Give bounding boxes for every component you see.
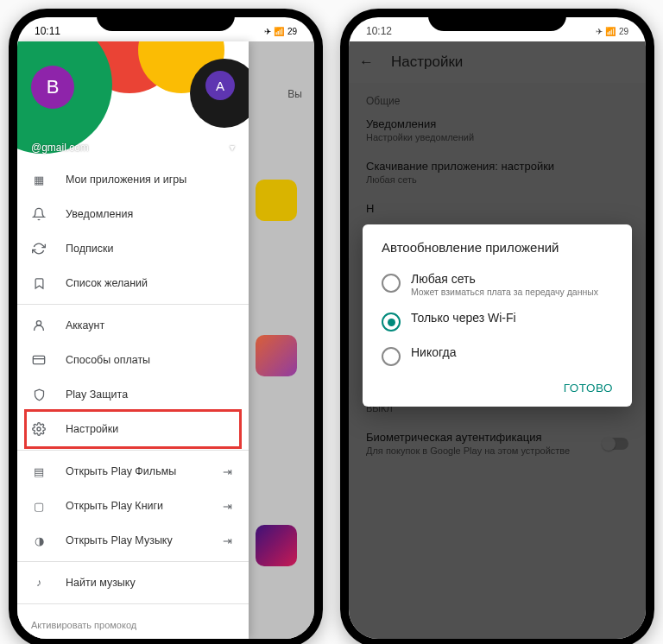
menu-label: Открыть Play Музыку [66,534,173,546]
music-icon: ◑ [31,533,47,548]
menu-payment[interactable]: Способы оплаты [17,343,249,377]
card-icon [31,352,47,368]
refresh-icon [31,241,47,256]
gear-icon [31,421,47,437]
menu-label: Открыть Play Фильмы [66,465,176,477]
auto-update-dialog: Автообновление приложений Любая сеть Мож… [363,224,632,407]
menu-label: Активировать промокод [31,620,136,630]
status-time: 10:11 [35,25,60,37]
status-icons: ✈ 📶 29 [264,27,297,36]
option-never[interactable]: Никогда [366,338,628,373]
divider [17,450,249,451]
bg-app-icon [256,525,297,566]
bell-icon [31,206,47,222]
drawer-header[interactable]: B A @gmail.com ▾ [17,41,249,162]
avatar-primary[interactable]: B [31,66,74,109]
done-button[interactable]: ГОТОВО [366,373,628,400]
menu-promo[interactable]: Активировать промокод [17,608,249,639]
divider [17,561,249,562]
menu-label: Найти музыку [66,577,136,589]
account-email-row[interactable]: @gmail.com ▾ [17,142,249,154]
option-label: Только через Wi-Fi [411,311,516,325]
dialog-title: Автообновление приложений [366,240,628,265]
bg-app-icon [256,180,297,221]
menu-label: Открыть Play Книги [66,500,163,512]
menu-label: Аккаунт [66,319,104,331]
menu-find-music[interactable]: ♪ Найти музыку [17,565,249,600]
shield-icon [31,387,47,402]
menu-play-films[interactable]: ▤ Открыть Play Фильмы ⇥ [17,454,249,489]
phone-right: 10:12 ✈ 📶 29 ← Настройки Общие Уведомлен… [340,9,654,644]
menu-label: Мои приложения и игры [66,174,186,186]
radio-icon [382,347,401,366]
notch [428,9,566,31]
svg-point-3 [37,427,41,431]
menu-play-books[interactable]: ▢ Открыть Play Книги ⇥ [17,489,249,523]
music-note-icon: ♪ [31,575,47,590]
option-label: Никогда [411,345,456,359]
status-icons: ✈ 📶 29 [596,27,628,36]
bookmark-icon [31,275,47,291]
bg-app-icon [256,335,297,376]
option-any-network[interactable]: Любая сеть Может взиматься плата за пере… [366,265,628,304]
option-wifi-only[interactable]: Только через Wi-Fi [366,304,628,338]
chevron-down-icon: ▾ [230,142,235,154]
status-time: 10:12 [366,25,392,37]
account-email: @gmail.com [31,142,89,154]
external-icon: ⇥ [219,533,235,548]
menu-label: Способы оплаты [66,354,150,366]
avatar-secondary[interactable]: A [205,71,235,100]
screen-left: 10:11 ✈ 📶 29 Вы B A @gmail.com ▾ [17,17,314,639]
menu-subscriptions[interactable]: Подписки [17,231,249,266]
menu-play-music[interactable]: ◑ Открыть Play Музыку ⇥ [17,523,249,558]
option-subtitle: Может взиматься плата за передачу данных [411,287,598,297]
menu-label: Настройки [66,423,118,435]
phone-left: 10:11 ✈ 📶 29 Вы B A @gmail.com ▾ [9,9,323,644]
divider [17,603,249,604]
svg-rect-1 [33,356,44,363]
menu-settings[interactable]: Настройки [24,409,242,449]
divider [17,304,249,305]
person-icon [31,318,47,333]
menu-notifications[interactable]: Уведомления [17,197,249,231]
external-icon: ⇥ [219,464,235,479]
radio-icon-selected [382,313,401,331]
notch [97,9,235,31]
menu-label: Play Защита [66,388,128,401]
menu-play-protect[interactable]: Play Защита [17,377,249,412]
bg-tab-you: Вы [287,88,302,100]
film-icon: ▤ [31,464,47,479]
screen-right: 10:12 ✈ 📶 29 ← Настройки Общие Уведомлен… [349,17,646,639]
menu-wishlist[interactable]: Список желаний [17,266,249,300]
option-label: Любая сеть [411,272,598,286]
book-icon: ▢ [31,498,47,514]
external-icon: ⇥ [219,498,235,514]
navigation-drawer: B A @gmail.com ▾ ▦ Мои приложения и игры… [17,41,249,639]
menu-label: Список желаний [66,277,148,289]
menu-account[interactable]: Аккаунт [17,308,249,343]
menu-label: Подписки [66,243,113,255]
svg-point-0 [36,321,41,325]
menu-my-apps[interactable]: ▦ Мои приложения и игры [17,162,249,197]
grid-icon: ▦ [31,172,47,187]
menu-label: Уведомления [66,208,133,220]
radio-icon [382,274,401,293]
